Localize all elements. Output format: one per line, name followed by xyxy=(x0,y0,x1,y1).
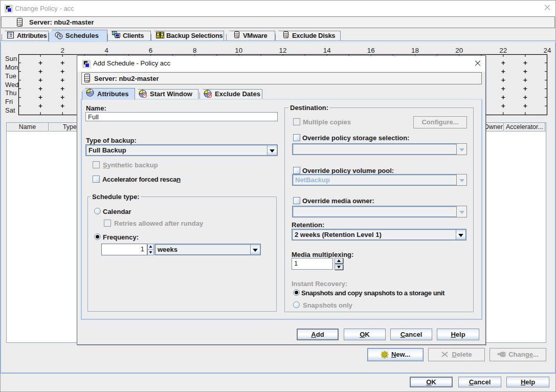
svg-text:Thu: Thu xyxy=(5,89,16,97)
svg-text:6: 6 xyxy=(149,47,152,54)
svg-text:10: 10 xyxy=(235,47,242,54)
svg-text:18: 18 xyxy=(411,47,419,54)
svg-text:20: 20 xyxy=(455,47,463,54)
svg-text:Wed: Wed xyxy=(5,81,19,89)
svg-text:Fri: Fri xyxy=(5,98,13,105)
svg-text:24: 24 xyxy=(544,47,551,54)
svg-text:Tue: Tue xyxy=(5,72,16,80)
svg-text:14: 14 xyxy=(323,47,331,54)
svg-text:Mon: Mon xyxy=(5,63,18,71)
svg-text:Sun: Sun xyxy=(5,55,17,62)
svg-text:8: 8 xyxy=(193,47,196,54)
svg-text:Sat: Sat xyxy=(5,106,15,114)
svg-text:16: 16 xyxy=(367,47,375,54)
svg-text:22: 22 xyxy=(499,47,507,54)
svg-text:4: 4 xyxy=(105,47,109,54)
svg-text:2: 2 xyxy=(60,47,64,54)
svg-text:12: 12 xyxy=(279,47,287,54)
